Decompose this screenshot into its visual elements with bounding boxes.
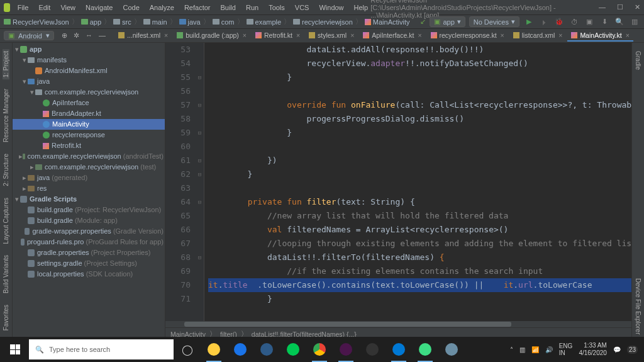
menu-help[interactable]: Help <box>352 3 371 12</box>
strip-build-variants[interactable]: Build Variants <box>3 253 9 295</box>
sync-icon[interactable]: ↙ <box>420 18 426 26</box>
sdk-icon[interactable]: ⬇ <box>599 16 610 28</box>
search-icon[interactable]: 🔍 <box>614 16 625 28</box>
code-view[interactable]: 53545556575859606162636465666768697071 ⊟… <box>165 43 631 321</box>
bc-example[interactable]: example <box>247 18 282 26</box>
close-icon[interactable]: ✕ <box>635 3 640 11</box>
app-icon-1[interactable] <box>280 337 306 362</box>
tree-row[interactable]: gradle.properties (Project Properties) <box>13 247 165 258</box>
tree-row[interactable]: settings.gradle (Project Settings) <box>13 258 165 269</box>
taskbar-search[interactable]: 🔍Type here to search <box>29 339 174 359</box>
tree-row[interactable]: ApiInterface <box>13 98 165 108</box>
editor-tab[interactable]: Retrofit.kt× <box>252 30 304 42</box>
vscode-icon[interactable] <box>386 337 411 362</box>
bc-main[interactable]: main <box>143 18 167 26</box>
bc-pkg[interactable]: recyclerviewjson <box>293 18 353 26</box>
debug-icon[interactable]: 🐞 <box>553 16 565 28</box>
tree-row[interactable]: ▸com.example.recyclerviewjson (androidTe… <box>13 151 165 162</box>
menu-edit[interactable]: Edit <box>36 3 53 12</box>
chrome-icon[interactable] <box>307 337 332 362</box>
bc-root[interactable]: RecyclerViewJson <box>4 18 69 26</box>
menu-tools[interactable]: Tools <box>266 3 287 12</box>
slack-icon[interactable] <box>333 337 358 362</box>
tree-row[interactable]: gradle-wrapper.properties (Gradle Versio… <box>13 226 165 237</box>
tree-row[interactable]: Retrofit.kt <box>13 140 165 151</box>
tree-row[interactable]: local.properties (SDK Location) <box>13 269 165 280</box>
collapse-icon[interactable]: ↔ <box>86 31 92 40</box>
edge-icon[interactable] <box>228 337 253 362</box>
apply-changes-icon[interactable]: ⏵ <box>538 16 550 28</box>
strip-layout-captures[interactable]: Layout Captures <box>3 196 9 246</box>
editor-tab[interactable]: MainActivity.kt× <box>567 30 633 42</box>
menu-view[interactable]: View <box>58 3 78 12</box>
menu-code[interactable]: Code <box>120 3 142 12</box>
hide-icon[interactable]: — <box>99 31 106 40</box>
editor-tab[interactable]: styles.xml× <box>305 30 358 42</box>
tree-row[interactable]: ▾manifests <box>13 55 165 65</box>
tray-volume-icon[interactable]: 🔊 <box>545 346 553 353</box>
system-tray[interactable]: ˄ ▥ 📶 🔊 ENGIN 1:33 AM4/16/2020 💬 23 <box>506 337 641 362</box>
maximize-icon[interactable]: ☐ <box>617 3 623 11</box>
menu-build[interactable]: Build <box>218 3 238 12</box>
tree-row[interactable]: ▾app <box>13 44 165 55</box>
menu-run[interactable]: Run <box>243 3 261 12</box>
close-icon[interactable]: × <box>626 31 630 39</box>
close-icon[interactable]: × <box>558 31 562 39</box>
tree-row[interactable]: MainActivity <box>13 119 165 130</box>
minimize-icon[interactable]: — <box>599 3 606 11</box>
strip-device-file-explorer[interactable]: Device File Explorer <box>635 276 641 336</box>
app-icon-3[interactable] <box>439 337 464 362</box>
close-icon[interactable]: × <box>418 31 421 39</box>
tray-clock[interactable]: 1:33 AM4/16/2020 <box>579 342 607 357</box>
close-icon[interactable]: × <box>350 31 354 39</box>
android-studio-icon[interactable] <box>413 337 438 362</box>
bc-com[interactable]: com <box>213 18 235 26</box>
menu-file[interactable]: File <box>15 3 31 12</box>
menu-analyze[interactable]: Analyze <box>147 3 177 12</box>
menu-navigate[interactable]: Navigate <box>83 3 115 12</box>
start-button[interactable] <box>3 337 28 362</box>
editor-tab[interactable]: listcard.xml× <box>509 30 567 42</box>
avd-icon[interactable]: ▣ <box>584 16 595 28</box>
task-view-icon[interactable]: ◯ <box>175 337 200 362</box>
explorer-icon[interactable] <box>201 337 226 362</box>
tree-row[interactable]: build.gradle (Module: app) <box>13 215 165 226</box>
bc-src[interactable]: src <box>113 18 131 26</box>
profiler-icon[interactable]: ⏱ <box>569 16 580 28</box>
tree-row[interactable]: ▸res <box>13 183 165 194</box>
strip-favorites[interactable]: Favorites <box>3 303 9 332</box>
store-icon[interactable] <box>254 337 279 362</box>
close-icon[interactable]: × <box>164 31 168 39</box>
tray-lang[interactable]: ENGIN <box>559 342 573 356</box>
tray-chevron-icon[interactable]: ˄ <box>510 346 513 353</box>
tree-row[interactable]: ▾com.example.recyclerviewjson <box>13 87 165 98</box>
tray-notifications-icon[interactable]: 💬 <box>613 346 621 353</box>
expand-icon[interactable]: ✲ <box>74 31 79 40</box>
layout-icon[interactable]: ▥ <box>629 16 640 28</box>
locate-icon[interactable]: ⊕ <box>62 31 67 40</box>
tree-row[interactable]: ▾Gradle Scripts <box>13 194 165 205</box>
tree-row[interactable]: ▸java (generated) <box>13 173 165 183</box>
editor-tab[interactable]: ...nifest.xml× <box>114 30 172 42</box>
editor-tab[interactable]: recyclerresponse.kt× <box>427 30 508 42</box>
tree-row[interactable]: ▸com.example.recyclerviewjson (test) <box>13 162 165 173</box>
tree-row[interactable]: build.gradle (Project: RecyclerViewJson) <box>13 205 165 215</box>
bc-app[interactable]: app <box>81 18 101 26</box>
strip-resource-manager[interactable]: Resource Manager <box>3 87 9 144</box>
strip-structure[interactable]: 2: Structure <box>3 152 9 188</box>
run-config-combo[interactable]: ▣app▾ <box>430 16 465 27</box>
device-combo[interactable]: No Devices▾ <box>469 16 519 27</box>
tree-row[interactable]: ▾java <box>13 76 165 87</box>
close-icon[interactable]: × <box>501 31 504 39</box>
tray-apps-icon[interactable]: ▥ <box>519 346 525 353</box>
strip-gradle[interactable]: Gradle <box>635 49 641 72</box>
tree-row[interactable]: proguard-rules.pro (ProGuard Rules for a… <box>13 237 165 247</box>
bc-java[interactable]: java <box>179 18 201 26</box>
run-icon[interactable]: ▶ <box>523 16 535 28</box>
menu-vcs[interactable]: VCS <box>292 3 312 12</box>
tray-wifi-icon[interactable]: 📶 <box>531 346 539 353</box>
tree-row[interactable]: BrandAdapter.kt <box>13 108 165 119</box>
app-icon-2[interactable] <box>360 337 385 362</box>
bc-file[interactable]: MainActivity <box>365 18 410 26</box>
horizontal-scrollbar[interactable] <box>165 321 631 327</box>
